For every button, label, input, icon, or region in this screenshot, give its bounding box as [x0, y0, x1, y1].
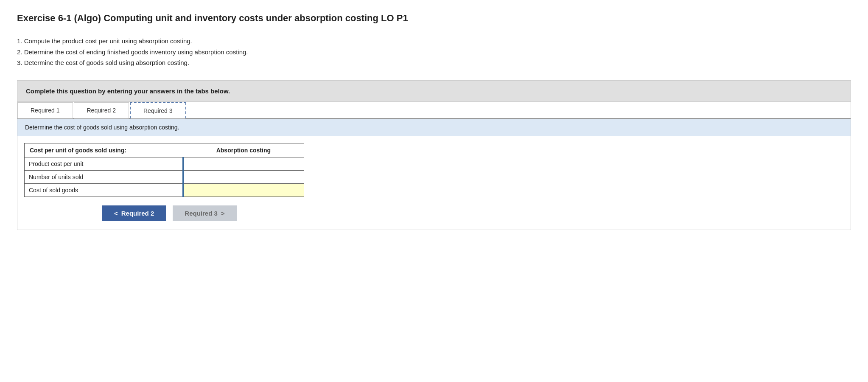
row2-label: Number of units sold — [25, 170, 183, 183]
page-title: Exercise 6-1 (Algo) Computing unit and i… — [17, 13, 851, 24]
col1-header: Cost per unit of goods sold using: — [25, 143, 183, 157]
buttons-row: < Required 2 Required 3 > — [17, 197, 851, 230]
next-icon: > — [221, 210, 225, 217]
table-row: Number of units sold — [25, 170, 304, 183]
row2-input-cell — [183, 170, 304, 183]
instruction-3: 3. Determine the cost of goods sold usin… — [17, 57, 851, 68]
tab-required-1[interactable]: Required 1 — [17, 102, 73, 118]
instructions: 1. Compute the product cost per unit usi… — [17, 36, 851, 68]
next-button[interactable]: Required 3 > — [173, 205, 236, 221]
tabs-container: Required 1 Required 2 Required 3 Determi… — [17, 102, 851, 230]
row3-label: Cost of sold goods — [25, 183, 183, 197]
question-box-text: Complete this question by entering your … — [26, 87, 230, 95]
table-row: Product cost per unit — [25, 157, 304, 170]
tabs-row: Required 1 Required 2 Required 3 — [17, 102, 851, 119]
row2-input[interactable] — [184, 171, 304, 183]
row3-input[interactable] — [184, 184, 304, 197]
question-box: Complete this question by entering your … — [17, 80, 851, 102]
row1-input-cell — [183, 157, 304, 170]
prev-button[interactable]: < Required 2 — [102, 205, 166, 221]
table-row: Cost of sold goods — [25, 183, 304, 197]
prev-label: Required 2 — [121, 210, 154, 217]
tab-required-3[interactable]: Required 3 — [130, 102, 186, 118]
row1-input[interactable] — [184, 157, 304, 170]
row3-input-cell — [183, 183, 304, 197]
row1-label: Product cost per unit — [25, 157, 183, 170]
tab-required-2[interactable]: Required 2 — [74, 102, 129, 118]
prev-icon: < — [114, 210, 118, 217]
instruction-1: 1. Compute the product cost per unit usi… — [17, 36, 851, 47]
tab-content-description: Determine the cost of goods sold using a… — [17, 119, 851, 136]
cost-table: Cost per unit of goods sold using: Absor… — [24, 143, 304, 197]
next-label: Required 3 — [185, 210, 218, 217]
col2-header: Absorption costing — [183, 143, 304, 157]
instruction-2: 2. Determine the cost of ending finished… — [17, 47, 851, 58]
